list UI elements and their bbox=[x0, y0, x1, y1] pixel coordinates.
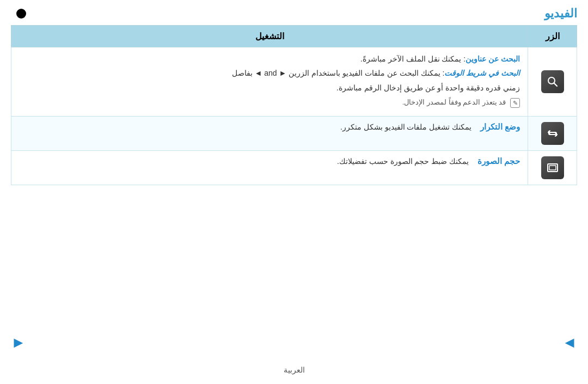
description-cell-search: البحث عن عناوين: يمكنك نقل الملف الآخر م… bbox=[11, 47, 528, 117]
search-title-link[interactable]: البحث عن عناوين bbox=[465, 54, 520, 63]
nav-arrow-left[interactable]: ◄ bbox=[562, 334, 577, 351]
search-timeline-link[interactable]: البحث في شريط الوقت bbox=[444, 69, 520, 77]
nav-arrow-right[interactable]: ► bbox=[11, 334, 26, 351]
nav-arrows: ◄ ► bbox=[0, 334, 588, 351]
search-line3: زمني قدره دقيقة واحدة أو عن طريق إدخال ا… bbox=[19, 82, 520, 94]
size-icon-btn[interactable] bbox=[541, 156, 564, 179]
repeat-label: وضع التكرار bbox=[480, 122, 520, 131]
and-buttons-inline: ◄ and ► bbox=[254, 69, 286, 77]
note-icon: ✎ bbox=[510, 98, 520, 108]
size-sep bbox=[471, 157, 475, 166]
button-cell-size bbox=[528, 150, 577, 185]
search-note-text: قد يتعذر الدعم وفقاً لمصدر الإدخال. bbox=[402, 98, 506, 106]
repeat-desc: يمكنك تشغيل ملفات الفيديو بشكل متكرر. bbox=[340, 123, 471, 131]
description-cell-repeat: وضع التكرار يمكنك تشغيل ملفات الفيديو بش… bbox=[11, 116, 528, 150]
footer-language: العربية bbox=[284, 365, 305, 374]
table-header-row: الزر التشغيل bbox=[11, 26, 577, 47]
search-line2: البحث في شريط الوقت: يمكنك البحث عن ملفا… bbox=[19, 67, 520, 79]
table-row: حجم الصورة يمكنك ضبط حجم الصورة حسب تفضي… bbox=[11, 150, 577, 185]
page-container: الفيديو الزر التشغيل bbox=[0, 0, 588, 384]
size-desc: يمكنك ضبط حجم الصورة حسب تفضيلاتك. bbox=[337, 157, 469, 166]
repeat-icon-btn[interactable] bbox=[541, 122, 564, 145]
search-timeline-suffix: بفاصل bbox=[232, 69, 255, 77]
table-row: البحث عن عناوين: يمكنك نقل الملف الآخر م… bbox=[11, 47, 577, 117]
description-cell-size: حجم الصورة يمكنك ضبط حجم الصورة حسب تفضي… bbox=[11, 150, 528, 185]
search-line1: البحث عن عناوين: يمكنك نقل الملف الآخر م… bbox=[19, 53, 520, 65]
svg-line-1 bbox=[554, 83, 557, 86]
search-note-line: ✎ قد يتعذر الدعم وفقاً لمصدر الإدخال. bbox=[19, 97, 520, 108]
search-icon-btn[interactable] bbox=[541, 70, 564, 93]
svg-rect-3 bbox=[549, 166, 556, 170]
main-table: الزر التشغيل البحث bbox=[11, 25, 577, 185]
button-cell-search bbox=[528, 47, 577, 117]
repeat-sep bbox=[474, 123, 478, 131]
search-timeline-text: : يمكنك البحث عن ملفات الفيديو باستخدام … bbox=[286, 69, 444, 77]
col-header-button: الزر bbox=[528, 26, 577, 47]
col-header-operation: التشغيل bbox=[11, 26, 528, 47]
button-cell-repeat bbox=[528, 116, 577, 150]
language-label: العربية bbox=[284, 365, 305, 374]
table-row: وضع التكرار يمكنك تشغيل ملفات الفيديو بش… bbox=[11, 116, 577, 150]
page-title: الفيديو bbox=[544, 7, 577, 21]
size-label: حجم الصورة bbox=[477, 156, 520, 166]
search-description: البحث عن عناوين: يمكنك نقل الملف الآخر م… bbox=[19, 53, 520, 108]
black-dot-indicator bbox=[16, 9, 26, 19]
search-title-text: : يمكنك نقل الملف الآخر مباشرةً. bbox=[360, 54, 465, 63]
page-header: الفيديو bbox=[0, 0, 588, 25]
